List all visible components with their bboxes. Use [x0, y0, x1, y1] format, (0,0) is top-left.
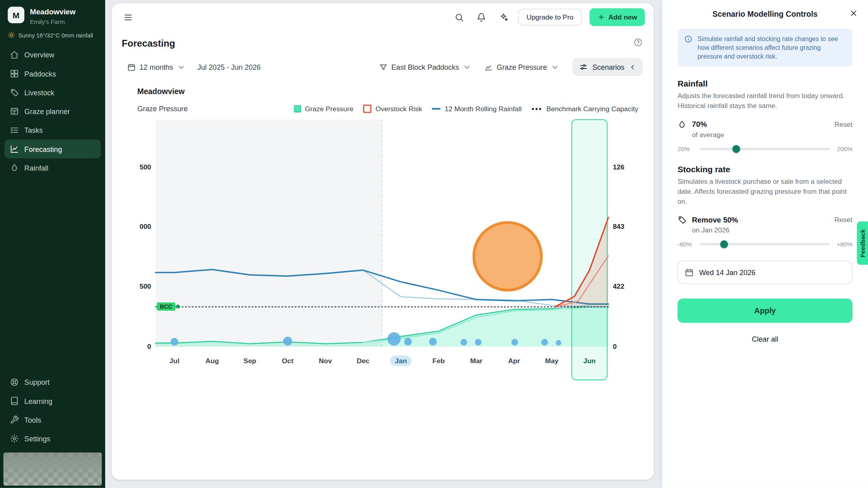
stocking-slider-track[interactable]	[700, 243, 831, 246]
sidebar-item-settings[interactable]: Settings	[4, 429, 101, 448]
farm-logo[interactable]: M	[8, 7, 24, 24]
sidebar: M Meadowview Emily's Farm Sunny 16°/32°C…	[0, 0, 105, 488]
sidebar-item-support[interactable]: Support	[4, 373, 101, 392]
legend-row: Graze Pressure Graze PressureOverstock R…	[137, 105, 638, 113]
legend-swatch-teal-fill	[294, 105, 301, 112]
menu-button[interactable]	[121, 10, 135, 24]
date-range-label: Jul 2025 - Jun 2026	[197, 63, 261, 71]
sidebar-item-label: Tasks	[24, 126, 43, 134]
sidebar-item-tasks[interactable]: Tasks	[4, 121, 101, 140]
svg-text:Jan: Jan	[395, 357, 407, 365]
svg-text:Sep: Sep	[244, 357, 256, 365]
stocking-slider-thumb[interactable]	[720, 240, 728, 248]
main-content: Upgrade to Pro Add new Forecasting 12 mo…	[112, 3, 654, 480]
clear-all-button[interactable]: Clear all	[678, 335, 852, 344]
date-picker-field[interactable]: Wed 14 Jan 2026	[678, 261, 852, 284]
scenarios-button[interactable]: Scenarios	[573, 58, 643, 76]
rainfall-slider-thumb[interactable]	[732, 145, 740, 153]
tag-icon	[678, 216, 686, 224]
notifications-button[interactable]	[474, 10, 488, 24]
wrench-icon	[10, 415, 19, 424]
legend-item: •••Benchmark Carrying Capacity	[532, 105, 638, 112]
metric-select[interactable]: Graze Pressure	[485, 63, 560, 71]
svg-text:0: 0	[147, 342, 151, 350]
sidebar-item-learning[interactable]: Learning	[4, 392, 101, 410]
svg-text:000: 000	[139, 222, 151, 230]
stocking-value: Remove 50%	[692, 216, 738, 224]
weather-status: Sunny 16°/32°C 0mm rainfall	[0, 27, 105, 44]
sidebar-item-rainfall[interactable]: Rainfall	[4, 159, 101, 177]
legend-item: Graze Pressure	[294, 105, 353, 112]
paddock-filter-label: East Block Paddocks	[391, 63, 459, 71]
chevron-down-icon	[463, 63, 471, 71]
rainfall-reset-button[interactable]: Reset	[835, 121, 852, 128]
rainfall-slider-min: 20%	[678, 146, 694, 152]
menu-icon	[123, 12, 133, 22]
svg-text:500: 500	[139, 163, 151, 171]
legend-label: Overstock Risk	[375, 105, 422, 112]
rainfall-value: 70%	[692, 120, 707, 129]
sidebar-item-livestock[interactable]: Livestock	[4, 83, 101, 102]
ai-assist-button[interactable]	[496, 10, 511, 24]
farm-name: Meadowview	[30, 8, 76, 16]
sidebar-item-forecasting[interactable]: Forecasting	[4, 140, 101, 158]
rainfall-sub-label: of average	[692, 131, 852, 139]
legend-swatch-blue-line	[432, 108, 441, 110]
chart-line-icon	[485, 63, 493, 71]
svg-text:Jun: Jun	[583, 357, 596, 365]
svg-text:422: 422	[613, 282, 624, 290]
filter-row: 12 months Jul 2025 - Jun 2026 East Block…	[112, 49, 654, 76]
feedback-tab[interactable]: Feedback	[857, 222, 868, 265]
bell-icon	[476, 12, 486, 22]
drop-icon	[10, 163, 19, 172]
panel-title: Scenario Modelling Controls	[713, 10, 818, 18]
close-icon	[849, 9, 858, 18]
calendar-icon	[127, 63, 136, 71]
sidebar-item-paddocks[interactable]: Paddocks	[4, 64, 101, 83]
stocking-description: Simulates a livestock purchase or sale f…	[678, 177, 852, 207]
gear-icon	[10, 434, 19, 443]
sidebar-item-label: Tools	[24, 415, 41, 424]
page-title: Forecasting	[122, 38, 175, 49]
sidebar-item-label: Overview	[24, 51, 54, 59]
redacted-user-info	[3, 453, 102, 486]
chart-section: Meadowview Graze Pressure Graze Pressure…	[112, 76, 654, 391]
apply-button[interactable]: Apply	[678, 299, 852, 323]
help-button[interactable]	[633, 37, 643, 49]
svg-text:BCC: BCC	[160, 303, 173, 310]
sidebar-item-label: Settings	[24, 435, 50, 443]
stocking-reset-button[interactable]: Reset	[835, 216, 852, 224]
sun-icon	[8, 31, 15, 39]
stocking-slider: -80% +80%	[678, 241, 852, 248]
question-icon	[633, 37, 643, 47]
chevron-left-icon	[629, 63, 636, 71]
stocking-sub-label: on Jan 2026	[692, 227, 852, 234]
scenario-panel: Scenario Modelling Controls Simulate rai…	[662, 0, 868, 488]
svg-text:843: 843	[613, 222, 624, 230]
chart-icon	[10, 145, 19, 153]
upgrade-button[interactable]: Upgrade to Pro	[518, 9, 581, 26]
period-select[interactable]: 12 months	[127, 63, 185, 71]
info-icon	[684, 35, 693, 43]
rainfall-slider-track[interactable]	[700, 148, 831, 150]
forecast-chart[interactable]: BCC50000050001268434220JulAugSepOctNovDe…	[121, 114, 642, 391]
legend-label: Benchmark Carrying Capacity	[546, 105, 638, 112]
add-new-button[interactable]: Add new	[589, 8, 645, 26]
sidebar-item-overview[interactable]: Overview	[4, 45, 101, 64]
stocking-slider-max: +80%	[836, 241, 852, 248]
sidebar-footer-nav: SupportLearningToolsSettings	[0, 372, 105, 449]
scenarios-label: Scenarios	[593, 63, 624, 71]
sidebar-item-tools[interactable]: Tools	[4, 410, 101, 429]
search-button[interactable]	[452, 10, 466, 24]
sidebar-item-label: Livestock	[24, 89, 54, 97]
panel-close-button[interactable]	[849, 9, 858, 19]
chart-title: Meadowview	[137, 87, 645, 96]
svg-text:Apr: Apr	[508, 357, 520, 365]
page-header: Forecasting	[112, 31, 654, 49]
farm-subtitle: Emily's Farm	[30, 18, 76, 25]
paddock-filter-select[interactable]: East Block Paddocks	[379, 63, 471, 71]
svg-text:Jul: Jul	[169, 357, 179, 365]
sidebar-item-graze-planner[interactable]: Graze planner	[4, 102, 101, 121]
chart-axis-title: Graze Pressure	[137, 105, 187, 113]
rainfall-heading: Rainfall	[678, 79, 852, 89]
